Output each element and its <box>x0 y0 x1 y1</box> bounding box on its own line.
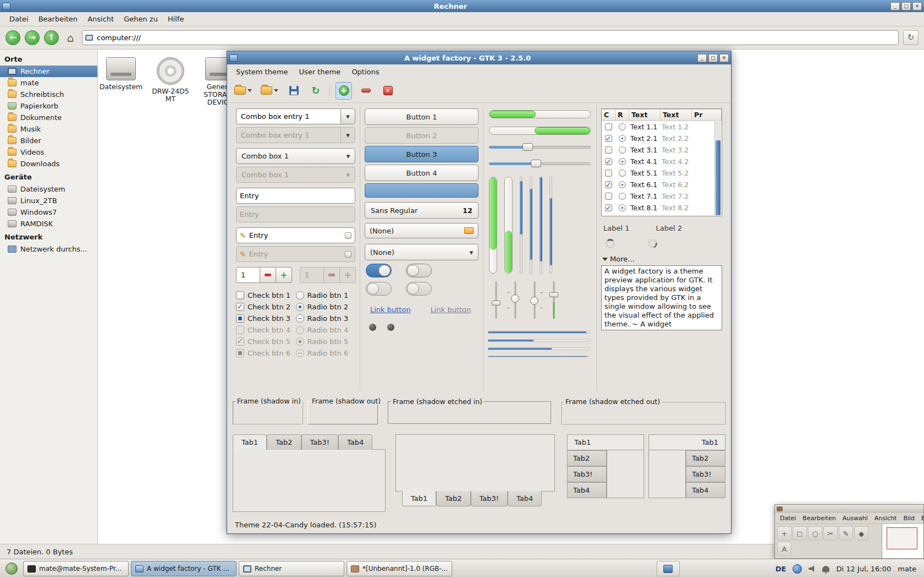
checkbox-checked-icon[interactable] <box>605 135 612 142</box>
back-button[interactable] <box>6 30 20 45</box>
vertical-scrollbar-4[interactable] <box>549 177 552 274</box>
tab-3[interactable]: Tab3! <box>471 491 508 506</box>
menu-options[interactable]: Options <box>346 66 384 78</box>
table-row[interactable]: Text 3.1 Text 3.2 <box>602 144 722 156</box>
spin-decrement-button[interactable] <box>260 267 276 283</box>
sidebar-item-dokumente[interactable]: Dokumente <box>0 112 97 123</box>
vertical-scrollbar-1[interactable] <box>520 177 522 274</box>
sidebar-item-schreibtisch[interactable]: Schreibtisch <box>0 89 97 100</box>
tab-3[interactable]: Tab3! <box>567 466 607 482</box>
combo-box-entry[interactable] <box>236 108 355 124</box>
menu-bild[interactable]: Bild <box>900 514 917 523</box>
slider-handle[interactable] <box>530 297 538 305</box>
column-header-c[interactable]: C <box>602 109 615 121</box>
close-button[interactable] <box>912 2 922 10</box>
sidebar-item-mate[interactable]: mate <box>0 77 97 89</box>
combo-box[interactable]: Combo box 1 <box>236 148 355 164</box>
task-terminal[interactable]: mate@mate-System-Pr... <box>23 561 129 576</box>
save-button[interactable] <box>285 82 302 100</box>
mini-scale-1[interactable] <box>491 280 501 320</box>
gimp-canvas-panel[interactable] <box>882 524 923 558</box>
combo-entry-input[interactable] <box>236 108 340 124</box>
pencil-tool-icon[interactable]: ✎ <box>839 526 853 541</box>
text-entry[interactable] <box>236 188 355 204</box>
menu-button[interactable] <box>2 561 21 576</box>
tab-4[interactable]: Tab4 <box>567 482 607 498</box>
table-row[interactable]: Text 7.1 Text 7.2 <box>602 190 722 202</box>
add-button[interactable] <box>336 82 352 100</box>
checkbox-icon[interactable] <box>605 123 612 130</box>
mini-scale-4[interactable] <box>549 280 559 320</box>
scrollbar-thumb[interactable] <box>520 181 522 235</box>
location-input[interactable] <box>82 30 899 45</box>
font-button[interactable]: Sans Regular 12 <box>365 202 479 219</box>
menu-ebene[interactable]: Ebe <box>919 514 924 523</box>
file-chooser-button[interactable]: (None) <box>365 223 479 238</box>
tab-1[interactable]: Tab1 <box>402 491 436 506</box>
sidebar-item-linux2tb[interactable]: Linux_2TB <box>0 195 97 206</box>
check-btn-1[interactable]: Check btn 1 <box>236 290 296 301</box>
checkbox-checked-icon[interactable] <box>605 181 612 188</box>
sidebar-item-dateisystem[interactable]: Dateisystem <box>0 183 97 195</box>
maximize-button[interactable] <box>901 2 911 10</box>
open-recent-button[interactable] <box>259 82 280 100</box>
tree-scrollbar[interactable] <box>714 122 721 215</box>
horizontal-scale-2[interactable] <box>489 159 591 168</box>
refresh-button[interactable] <box>307 82 324 100</box>
text-tool-icon[interactable]: A <box>777 542 791 556</box>
sidebar-item-downloads[interactable]: Downloads <box>0 158 97 170</box>
menu-ansicht[interactable]: Ansicht <box>872 514 900 523</box>
combo-box-none[interactable]: (None) <box>365 244 479 260</box>
about-textview[interactable]: A widget factory is a theme preview appl… <box>601 265 722 330</box>
tray-circle-icon[interactable] <box>793 564 802 574</box>
sidebar-item-windows7[interactable]: Windows7 <box>0 206 97 218</box>
reload-icon[interactable] <box>903 30 919 45</box>
radio-on-icon[interactable] <box>619 135 626 142</box>
table-row[interactable]: Text 8.1 Text 8.2 <box>602 202 722 214</box>
tab-3[interactable]: Tab3! <box>301 434 339 450</box>
table-row[interactable]: Text 6.1 Text 6.2 <box>602 179 722 190</box>
check-btn-2[interactable]: Check btn 2 <box>236 301 296 312</box>
menu-user-theme[interactable]: User theme <box>294 66 346 78</box>
table-row[interactable]: Text 5.1 Text 5.2 <box>602 167 722 179</box>
clock[interactable]: Di 12 Jul, 16:00 <box>836 565 891 573</box>
spin-value[interactable]: 1 <box>236 267 260 283</box>
remove-button[interactable] <box>358 82 374 100</box>
slider-handle[interactable] <box>549 292 558 297</box>
button-1[interactable]: Button 1 <box>365 108 479 125</box>
scrollbar-thumb[interactable] <box>540 177 542 261</box>
delete-button[interactable] <box>380 82 396 100</box>
menu-ansicht[interactable]: Ansicht <box>82 13 119 25</box>
link-button-visited[interactable]: Link button <box>431 306 471 314</box>
ellipse-select-tool-icon[interactable]: ○ <box>808 526 822 541</box>
notification-bell-icon[interactable] <box>822 566 829 572</box>
radio-icon[interactable] <box>619 193 626 200</box>
tray-applet-button[interactable] <box>657 561 680 576</box>
switch-on[interactable] <box>366 264 392 277</box>
tab-1[interactable]: Tab1 <box>233 434 267 450</box>
close-button[interactable] <box>719 54 729 62</box>
sidebar-item-musik[interactable]: Musik <box>0 123 97 135</box>
combo-entry-arrow[interactable] <box>340 108 355 124</box>
slider-handle[interactable] <box>531 160 541 167</box>
widget-factory-titlebar[interactable]: A widget factory - GTK 3 - 2.5.0 <box>227 51 731 64</box>
table-row[interactable]: Text 2.1 Text 2.2 <box>602 133 722 144</box>
task-gimp[interactable]: *[Unbenannt]-1.0 (RGB-... <box>346 561 452 576</box>
radio-icon[interactable] <box>619 123 626 130</box>
file-drw-24d5mt[interactable]: DRW-24D5 MT <box>147 57 194 106</box>
mini-scale-3[interactable] <box>530 280 540 320</box>
toggle-button-active[interactable] <box>365 183 479 198</box>
tab-2[interactable]: Tab2 <box>686 450 725 466</box>
table-row[interactable]: Text 4.1 Text 4.2 <box>602 156 722 167</box>
sidebar-item-videos[interactable]: Videos <box>0 146 97 158</box>
open-button[interactable] <box>233 82 254 100</box>
slider-handle[interactable] <box>492 301 501 306</box>
icon-entry[interactable] <box>236 227 355 243</box>
task-widget-factory[interactable]: A widget factory - GTK ... <box>131 561 237 576</box>
radio-btn-1[interactable]: Radio btn 1 <box>296 290 356 301</box>
button-3[interactable]: Button 3 <box>365 146 479 162</box>
tab-2[interactable]: Tab2 <box>436 491 470 506</box>
home-button[interactable] <box>63 31 78 45</box>
scissors-tool-icon[interactable]: ✂ <box>823 526 838 541</box>
menu-datei[interactable]: Datei <box>4 13 34 25</box>
